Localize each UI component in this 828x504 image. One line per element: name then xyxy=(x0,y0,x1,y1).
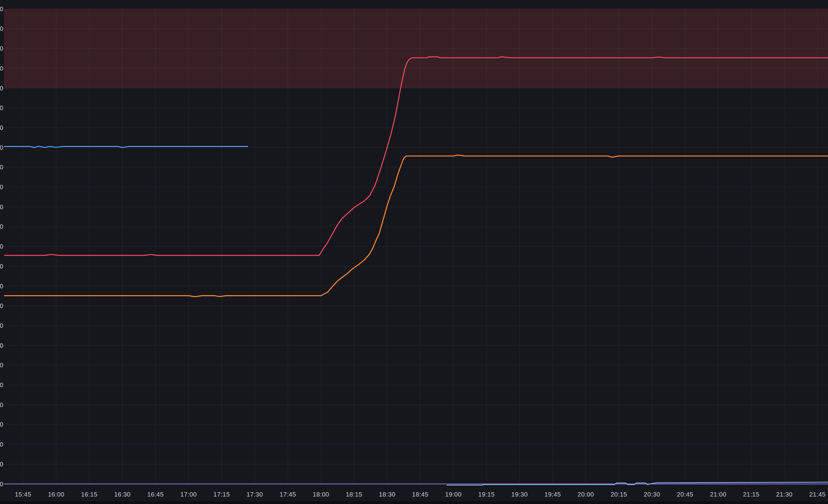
y-tick-label-fragment: 0 xyxy=(0,65,3,72)
y-tick-label-fragment: 0 xyxy=(0,124,3,131)
panel-bottom-edge xyxy=(0,501,828,504)
x-tick-label: 17:30 xyxy=(246,491,263,498)
x-tick-label: 21:30 xyxy=(776,491,793,498)
time-series-chart[interactable]: 000000000000000000000000015:4516:0016:15… xyxy=(0,0,828,504)
x-tick-label: 18:00 xyxy=(313,491,329,498)
x-tick-label: 19:15 xyxy=(478,491,495,498)
y-tick-label-fragment: 0 xyxy=(0,243,3,250)
x-tick-label: 16:15 xyxy=(81,491,97,498)
x-tick-label: 20:00 xyxy=(578,491,594,498)
x-tick-label: 19:45 xyxy=(544,491,561,498)
x-tick-label: 17:15 xyxy=(213,491,230,498)
y-tick-label-fragment: 0 xyxy=(0,104,3,111)
y-tick-label-fragment: 0 xyxy=(0,480,3,488)
y-tick-label-fragment: 0 xyxy=(0,5,3,12)
x-tick-label: 15:45 xyxy=(15,491,31,498)
y-tick-label-fragment: 0 xyxy=(0,223,3,230)
y-tick-label-fragment: 0 xyxy=(0,183,3,191)
y-tick-label-fragment: 0 xyxy=(0,362,3,369)
y-tick-label-fragment: 0 xyxy=(0,381,3,388)
y-tick-label-fragment: 0 xyxy=(0,203,3,210)
x-tick-label: 17:45 xyxy=(280,491,296,498)
x-tick-label: 21:15 xyxy=(743,491,760,498)
y-tick-label-fragment: 0 xyxy=(0,302,3,309)
y-tick-label-fragment: 0 xyxy=(0,45,3,52)
y-tick-label-fragment: 0 xyxy=(0,401,3,408)
dashboard-panel: 000000000000000000000000015:4516:0016:15… xyxy=(0,0,828,504)
y-tick-label-fragment: 0 xyxy=(0,421,3,428)
y-tick-label-fragment: 0 xyxy=(0,144,3,151)
x-tick-label: 17:00 xyxy=(180,491,197,498)
x-tick-label: 21:45 xyxy=(810,491,826,498)
series-orange-line xyxy=(4,155,828,297)
x-tick-label: 18:15 xyxy=(346,491,362,498)
x-tick-label: 16:30 xyxy=(114,491,130,498)
y-tick-label-fragment: 0 xyxy=(0,461,3,468)
y-tick-label-fragment: 0 xyxy=(0,262,3,270)
x-tick-label: 20:15 xyxy=(611,491,627,498)
x-tick-label: 18:45 xyxy=(412,491,428,498)
y-tick-label-fragment: 0 xyxy=(0,322,3,329)
x-tick-label: 19:00 xyxy=(445,491,462,498)
y-tick-label-fragment: 0 xyxy=(0,283,3,290)
y-tick-label-fragment: 0 xyxy=(0,25,3,32)
x-tick-label: 20:30 xyxy=(644,491,660,498)
y-tick-label-fragment: 0 xyxy=(0,163,3,171)
y-tick-label-fragment: 0 xyxy=(0,342,3,349)
x-tick-label: 21:00 xyxy=(710,491,727,498)
x-tick-label: 20:45 xyxy=(677,491,694,498)
y-tick-label-fragment: 0 xyxy=(0,85,3,92)
x-tick-label: 16:00 xyxy=(48,491,64,498)
x-axis-labels: 15:4516:0016:1516:3016:4517:0017:1517:30… xyxy=(15,491,826,498)
y-axis-labels-cropped: 0000000000000000000000000 xyxy=(0,5,3,488)
x-tick-label: 18:30 xyxy=(379,491,396,498)
y-tick-label-fragment: 0 xyxy=(0,440,3,448)
x-tick-label: 16:45 xyxy=(147,491,164,498)
x-tick-label: 19:30 xyxy=(511,491,528,498)
